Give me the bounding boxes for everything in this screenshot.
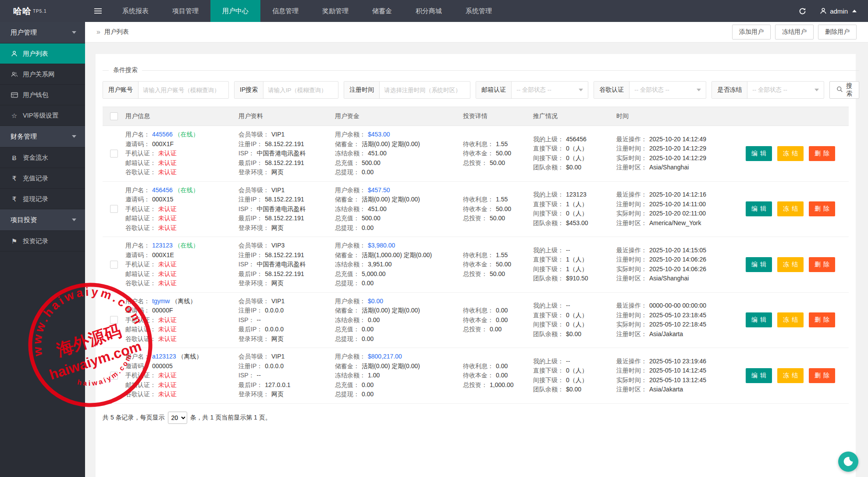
search-button[interactable]: 搜索 bbox=[829, 81, 859, 99]
delete-button[interactable]: 删除 bbox=[809, 257, 835, 272]
sidebar-item-2[interactable]: 用户关系网 bbox=[0, 64, 85, 85]
total-invest-line: 总投资：50.00 bbox=[463, 214, 533, 223]
value: 0.00 bbox=[362, 391, 374, 398]
row-checkbox[interactable] bbox=[110, 261, 118, 269]
google-verify-select[interactable]: -- 全部状态 -- bbox=[630, 82, 706, 98]
edit-button[interactable]: 编辑 bbox=[746, 368, 772, 383]
reg-time-input[interactable] bbox=[380, 82, 470, 98]
delete-button[interactable]: 删除 bbox=[809, 146, 835, 161]
online-status: （在线） bbox=[174, 186, 199, 194]
sidebar-item-8[interactable]: ⚑投资记录 bbox=[0, 231, 85, 251]
table-row: 用户名：456456（在线）邀请码：000X15手机认证：未认证邮箱认证：未认证… bbox=[103, 182, 849, 237]
value: 未认证 bbox=[158, 261, 177, 268]
label: 手机认证： bbox=[125, 372, 156, 379]
refresh-icon[interactable] bbox=[798, 7, 807, 15]
isp-line: ISP：-- bbox=[238, 316, 335, 325]
sidebar-item-1[interactable]: 用户列表 bbox=[0, 43, 85, 64]
label: 用户余额： bbox=[335, 131, 366, 138]
pagination: 共 5 条记录，每页显示 20 条，共 1 页当前显示第 1 页。 bbox=[103, 412, 849, 424]
time-cell: 最近操作：2025-10-20 14:12:16注册时间：2025-10-20 … bbox=[616, 190, 722, 228]
account-input[interactable] bbox=[139, 82, 228, 98]
label: 最后IP： bbox=[238, 215, 263, 222]
delete-button[interactable]: 删除 bbox=[809, 368, 835, 383]
row-select-cell bbox=[103, 316, 125, 324]
nav-item-6[interactable]: 储蓄金 bbox=[360, 0, 404, 22]
username-link[interactable]: a123123 bbox=[152, 353, 176, 360]
group-label: 用户管理 bbox=[11, 29, 37, 37]
value: 2025-05-10 14:12:45 bbox=[649, 367, 706, 374]
last-op-line: 最近操作：2025-10-20 14:12:49 bbox=[616, 135, 722, 144]
menu-toggle-icon[interactable] bbox=[85, 0, 110, 22]
table-row: 用户名：123123（在线）邀请码：000X1E手机认证：未认证邮箱认证：未认证… bbox=[103, 237, 849, 293]
sidebar-item-6[interactable]: ₹充值记录 bbox=[0, 168, 85, 189]
edit-button[interactable]: 编辑 bbox=[746, 201, 772, 216]
sidebar-item-7[interactable]: ₹提现记录 bbox=[0, 189, 85, 209]
label: 注册时间： bbox=[616, 256, 647, 263]
row-checkbox[interactable] bbox=[110, 150, 118, 158]
add-user-button[interactable]: 添加用户 bbox=[732, 25, 771, 39]
isp-line: ISP：-- bbox=[238, 371, 335, 380]
row-checkbox[interactable] bbox=[110, 316, 118, 324]
edit-button[interactable]: 编辑 bbox=[746, 257, 772, 272]
freeze-button[interactable]: 冻结 bbox=[777, 368, 804, 383]
row-select-cell bbox=[103, 372, 125, 380]
value: 50.00 bbox=[490, 159, 505, 166]
freeze-button[interactable]: 冻结 bbox=[777, 201, 804, 216]
freeze-user-button[interactable]: 冻结用户 bbox=[775, 25, 814, 39]
sidebar-group-1[interactable]: 用户管理 bbox=[0, 22, 85, 43]
delete-user-button[interactable]: 删除用户 bbox=[818, 25, 857, 39]
nav-item-1[interactable]: 系统报表 bbox=[110, 0, 160, 22]
rupee-icon: ₹ bbox=[11, 175, 18, 182]
ip-input[interactable] bbox=[263, 82, 338, 98]
email-verify-select[interactable]: -- 全部状态 -- bbox=[512, 82, 588, 98]
column-header-2: 用户资料 bbox=[238, 112, 335, 120]
username-link[interactable]: tgymw bbox=[152, 298, 170, 305]
nav-item-3[interactable]: 用户中心 bbox=[210, 0, 260, 22]
nav-item-2[interactable]: 项目管理 bbox=[160, 0, 210, 22]
value: 2025-10-20 14:15:05 bbox=[649, 247, 706, 254]
delete-button[interactable]: 删除 bbox=[809, 201, 835, 216]
edit-button[interactable]: 编辑 bbox=[746, 312, 772, 327]
frozen-select[interactable]: -- 全部状态 -- bbox=[747, 82, 824, 98]
login-env-line: 登录环境：网页 bbox=[238, 223, 335, 233]
page-size-select[interactable]: 20 bbox=[168, 412, 187, 424]
sidebar-group-2[interactable]: 财务管理 bbox=[0, 126, 85, 147]
label: 邮箱认证： bbox=[125, 159, 156, 166]
nav-item-4[interactable]: 信息管理 bbox=[260, 0, 310, 22]
username-link[interactable]: 123123 bbox=[152, 242, 173, 249]
username-line: 用户名：123123（在线） bbox=[125, 241, 238, 251]
edit-button[interactable]: 编辑 bbox=[746, 146, 772, 161]
last-ip-line: 最后IP：127.0.0.1 bbox=[238, 380, 335, 390]
value: 0.00 bbox=[362, 381, 374, 388]
sidebar-group-3[interactable]: 项目投资 bbox=[0, 209, 85, 231]
label: 手机认证： bbox=[125, 205, 156, 212]
row-checkbox[interactable] bbox=[110, 205, 118, 213]
label: 注册时区： bbox=[616, 164, 647, 171]
last-ip-line: 最后IP：58.152.22.191 bbox=[238, 214, 335, 223]
username-link[interactable]: 445566 bbox=[152, 131, 173, 138]
username-link[interactable]: 456456 bbox=[152, 186, 173, 194]
select-all-checkbox[interactable] bbox=[110, 112, 118, 120]
sidebar-item-3[interactable]: 用户钱包 bbox=[0, 85, 85, 105]
nav-item-8[interactable]: 系统管理 bbox=[454, 0, 504, 22]
sidebar-item-5[interactable]: Ƀ资金流水 bbox=[0, 147, 85, 168]
delete-button[interactable]: 删除 bbox=[809, 312, 835, 327]
value: 500.00 bbox=[362, 159, 381, 166]
float-action-button[interactable] bbox=[838, 452, 858, 472]
row-checkbox[interactable] bbox=[110, 372, 118, 380]
label: 注册时间： bbox=[616, 367, 647, 374]
freeze-button[interactable]: 冻结 bbox=[777, 312, 804, 327]
sidebar-item-4[interactable]: ☆VIP等级设置 bbox=[0, 105, 85, 126]
nav-item-5[interactable]: 奖励管理 bbox=[310, 0, 360, 22]
freeze-button[interactable]: 冻结 bbox=[777, 257, 804, 272]
user-menu[interactable]: admin bbox=[820, 7, 857, 15]
phone-cert-line: 手机认证：未认证 bbox=[125, 260, 238, 269]
nav-item-7[interactable]: 积分商城 bbox=[404, 0, 454, 22]
value: $910.50 bbox=[566, 275, 588, 282]
user-icon bbox=[11, 50, 18, 57]
freeze-button[interactable]: 冻结 bbox=[777, 146, 804, 161]
search-icon bbox=[836, 86, 843, 94]
label: 用户余额： bbox=[335, 242, 366, 249]
value: 58.152.22.191 bbox=[265, 140, 304, 147]
label: 冻结余额： bbox=[335, 205, 366, 212]
